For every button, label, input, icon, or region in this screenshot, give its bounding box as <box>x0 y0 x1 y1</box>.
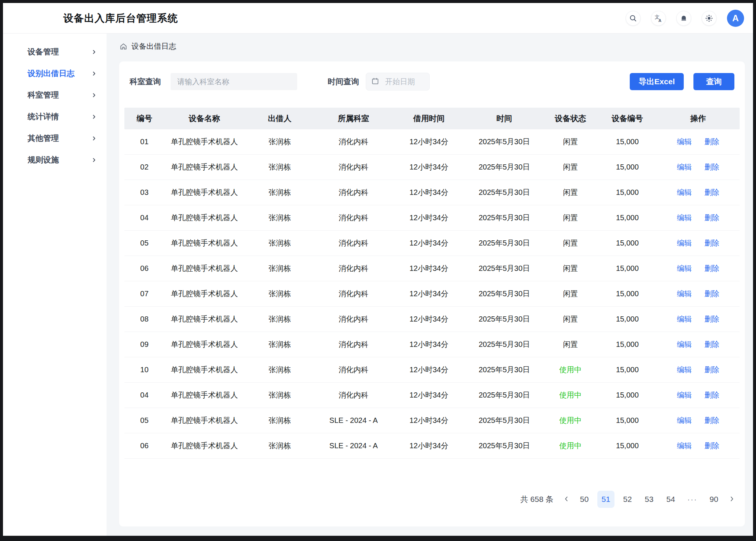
sidebar-item[interactable]: 规则设施 <box>3 149 107 171</box>
delete-link[interactable]: 删除 <box>704 415 719 425</box>
cell-department: 消化内科 <box>315 289 392 299</box>
status-badge: 闲置 <box>543 137 598 147</box>
export-excel-button[interactable]: 导出Excel <box>630 73 684 90</box>
column-header: 出借人 <box>244 113 315 124</box>
delete-link[interactable]: 删除 <box>704 238 719 248</box>
cell-department: 消化内科 <box>315 162 392 172</box>
search-button[interactable] <box>626 11 641 26</box>
page-button[interactable]: 51 <box>597 491 614 508</box>
status-badge: 闲置 <box>543 263 598 273</box>
sidebar-item[interactable]: 其他管理 <box>3 127 107 149</box>
cell-device-name: 单孔腔镜手术机器人 <box>164 289 244 299</box>
cell-borrow-duration: 12小时34分 <box>392 263 466 273</box>
chevron-right-icon <box>91 49 97 55</box>
column-header: 编号 <box>124 113 164 124</box>
cell-device-name: 单孔腔镜手术机器人 <box>164 162 244 172</box>
start-date-input[interactable]: 开始日期 <box>366 73 430 91</box>
status-badge: 闲置 <box>543 213 598 223</box>
cell-number: 08 <box>124 315 164 323</box>
delete-link[interactable]: 删除 <box>704 187 719 197</box>
page-button[interactable]: 53 <box>641 491 658 508</box>
delete-link[interactable]: 删除 <box>704 263 719 273</box>
table-body: 01 单孔腔镜手术机器人 张润栋 消化内科 12小时34分 2025年5月30日… <box>124 129 740 459</box>
delete-link[interactable]: 删除 <box>704 365 719 375</box>
page-button[interactable]: 50 <box>576 491 593 508</box>
edit-link[interactable]: 编辑 <box>677 289 692 299</box>
next-page-button[interactable] <box>727 496 737 503</box>
edit-link[interactable]: 编辑 <box>677 339 692 349</box>
cell-device-name: 单孔腔镜手术机器人 <box>164 390 244 400</box>
table-row: 01 单孔腔镜手术机器人 张润栋 消化内科 12小时34分 2025年5月30日… <box>124 129 740 155</box>
edit-link[interactable]: 编辑 <box>677 365 692 375</box>
column-header: 设备状态 <box>543 113 598 124</box>
status-badge: 闲置 <box>543 339 598 349</box>
edit-link[interactable]: 编辑 <box>677 441 692 451</box>
delete-link[interactable]: 删除 <box>704 213 719 223</box>
sidebar-item[interactable]: 科室管理 <box>3 84 107 106</box>
delete-link[interactable]: 删除 <box>704 339 719 349</box>
cell-date: 2025年5月30日 <box>466 289 543 299</box>
cell-actions: 编辑 删除 <box>657 263 740 273</box>
table-row: 06 单孔腔镜手术机器人 张润栋 SLE - 2024 - A 12小时34分 … <box>124 433 740 459</box>
notification-icon <box>680 14 688 22</box>
cell-borrow-duration: 12小时34分 <box>392 238 466 248</box>
edit-link[interactable]: 编辑 <box>677 238 692 248</box>
status-badge: 闲置 <box>543 162 598 172</box>
edit-link[interactable]: 编辑 <box>677 263 692 273</box>
cell-department: SLE - 2024 - A <box>315 416 392 425</box>
notification-button[interactable] <box>676 11 691 26</box>
cell-borrower: 张润栋 <box>244 187 315 197</box>
cell-borrower: 张润栋 <box>244 162 315 172</box>
query-button[interactable]: 查询 <box>693 73 734 90</box>
page-button[interactable]: 90 <box>705 491 722 508</box>
edit-link[interactable]: 编辑 <box>677 187 692 197</box>
chevron-right-icon <box>91 157 97 163</box>
edit-link[interactable]: 编辑 <box>677 213 692 223</box>
sidebar-item[interactable]: 设别出借日志 <box>3 63 107 84</box>
cell-device-name: 单孔腔镜手术机器人 <box>164 314 244 324</box>
cell-date: 2025年5月30日 <box>466 187 543 197</box>
cell-device-number: 15,000 <box>598 416 657 425</box>
cell-borrower: 张润栋 <box>244 314 315 324</box>
sidebar-item[interactable]: 统计详情 <box>3 106 107 127</box>
delete-link[interactable]: 删除 <box>704 314 719 324</box>
cell-department: 消化内科 <box>315 263 392 273</box>
edit-link[interactable]: 编辑 <box>677 390 692 400</box>
date-placeholder: 开始日期 <box>385 77 415 87</box>
home-icon[interactable] <box>119 42 128 51</box>
cell-number: 05 <box>124 416 164 425</box>
table-row: 05 单孔腔镜手术机器人 张润栋 SLE - 2024 - A 12小时34分 … <box>124 408 740 433</box>
column-header: 操作 <box>657 113 740 124</box>
edit-link[interactable]: 编辑 <box>677 162 692 172</box>
cell-number: 10 <box>124 366 164 374</box>
sidebar-item[interactable]: 设备管理 <box>3 41 107 63</box>
table-row: 04 单孔腔镜手术机器人 张润栋 消化内科 12小时34分 2025年5月30日… <box>124 383 740 408</box>
cell-date: 2025年5月30日 <box>466 314 543 324</box>
cell-borrower: 张润栋 <box>244 415 315 425</box>
delete-link[interactable]: 删除 <box>704 441 719 451</box>
cell-borrow-duration: 12小时34分 <box>392 289 466 299</box>
edit-link[interactable]: 编辑 <box>677 314 692 324</box>
edit-link[interactable]: 编辑 <box>677 137 692 147</box>
edit-link[interactable]: 编辑 <box>677 415 692 425</box>
delete-link[interactable]: 删除 <box>704 289 719 299</box>
chevron-right-icon <box>91 114 97 120</box>
page-button[interactable]: 54 <box>662 491 679 508</box>
theme-button[interactable] <box>702 11 717 26</box>
translate-button[interactable]: 文 A <box>651 11 666 26</box>
page-ellipsis[interactable]: ··· <box>684 491 701 508</box>
delete-link[interactable]: 删除 <box>704 137 719 147</box>
avatar[interactable]: A <box>727 10 744 27</box>
page-button[interactable]: 52 <box>619 491 636 508</box>
prev-page-button[interactable] <box>562 496 571 503</box>
cell-number: 02 <box>124 163 164 171</box>
cell-device-name: 单孔腔镜手术机器人 <box>164 441 244 451</box>
cell-date: 2025年5月30日 <box>466 415 543 425</box>
cell-date: 2025年5月30日 <box>466 339 543 349</box>
cell-device-number: 15,000 <box>598 239 657 247</box>
cell-device-number: 15,000 <box>598 366 657 374</box>
delete-link[interactable]: 删除 <box>704 162 719 172</box>
delete-link[interactable]: 删除 <box>704 390 719 400</box>
dept-search-input[interactable] <box>171 73 297 90</box>
cell-department: 消化内科 <box>315 390 392 400</box>
